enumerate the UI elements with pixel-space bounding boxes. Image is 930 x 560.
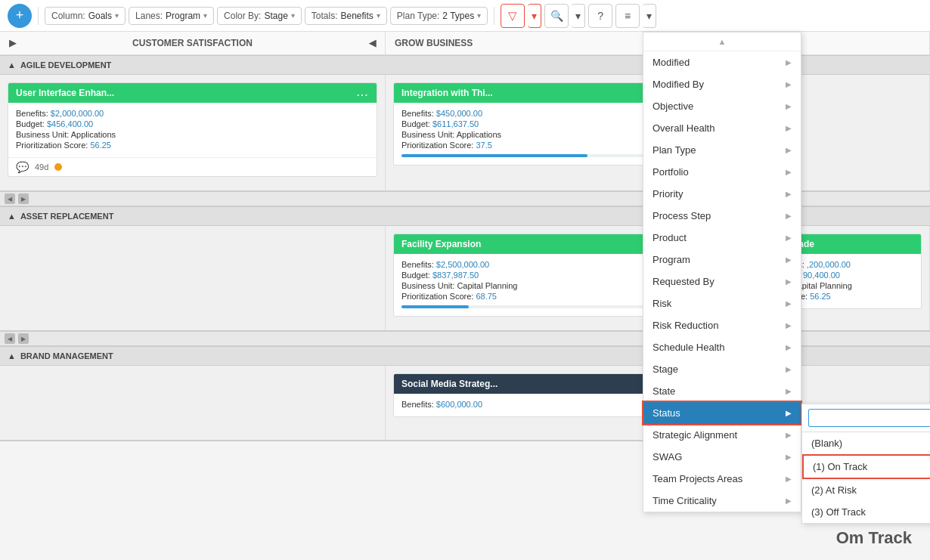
lane-scroll-left-asset[interactable]: ◀ bbox=[5, 333, 15, 344]
help-button[interactable]: ? bbox=[588, 4, 612, 28]
menu-item-requested-by[interactable]: Requested By ▶ bbox=[643, 271, 801, 292]
card-benefits-val-4: ,200,000.00 bbox=[807, 260, 851, 269]
add-button[interactable]: + bbox=[8, 4, 32, 28]
card-bu-val-2: Applications bbox=[457, 130, 501, 139]
menu-item-state[interactable]: State ▶ bbox=[643, 380, 801, 402]
menu-item-time-criticality[interactable]: Time Criticality ▶ bbox=[643, 490, 801, 512]
filter-dropdown-arrow: ▾ bbox=[532, 10, 537, 22]
filter-button[interactable]: ▽ bbox=[501, 4, 525, 28]
menu-item-product[interactable]: Product ▶ bbox=[643, 227, 801, 249]
menu-item-swag[interactable]: SWAG ▶ bbox=[643, 446, 801, 468]
menu-label-stage: Stage bbox=[653, 364, 678, 375]
lane-collapse-asset[interactable]: ▲ bbox=[8, 212, 16, 221]
plantype-selector[interactable]: Plan Type: 2 Types ▾ bbox=[390, 7, 488, 25]
filter-dropdown-menu: ▲ Modified ▶ Modified By ▶ Objective ▶ O… bbox=[643, 32, 801, 512]
card-score-row-1: Prioritization Score: 56.25 bbox=[16, 141, 369, 150]
menu-button[interactable]: ≡ bbox=[615, 4, 640, 28]
menu-item-priority[interactable]: Priority ▶ bbox=[643, 183, 801, 205]
card-benefits-val-5: $600,000.00 bbox=[436, 400, 482, 409]
comment-icon-1: 💬 bbox=[16, 161, 29, 173]
menu-item-portfolio[interactable]: Portfolio ▶ bbox=[643, 161, 801, 183]
submenu-item-off-track[interactable]: (3) Off Track bbox=[802, 501, 930, 523]
menu-label-modified: Modified bbox=[653, 57, 690, 68]
lane-cell-asset-col1 bbox=[0, 226, 386, 330]
menu-arrow-button[interactable]: ▾ bbox=[643, 4, 656, 28]
lane-title-agile: AGILE DEVELOPMENT bbox=[20, 60, 111, 70]
totals-selector[interactable]: Totals: Benefits ▾ bbox=[305, 7, 387, 25]
lanes-selector[interactable]: Lanes: Program ▾ bbox=[129, 7, 214, 25]
filter-dropdown-overlay: ▲ Modified ▶ Modified By ▶ Objective ▶ O… bbox=[643, 32, 801, 512]
menu-item-schedule-health[interactable]: Schedule Health ▶ bbox=[643, 336, 801, 358]
menu-item-risk-reduction[interactable]: Risk Reduction ▶ bbox=[643, 314, 801, 336]
menu-item-process-step[interactable]: Process Step ▶ bbox=[643, 205, 801, 227]
menu-chevron-overall-health: ▶ bbox=[786, 124, 792, 132]
card-title-social-media: Social Media Strateg... bbox=[401, 379, 498, 389]
lane-collapse-brand[interactable]: ▲ bbox=[8, 351, 16, 360]
plantype-label: Plan Type: bbox=[397, 11, 439, 21]
lane-scroll-right-asset[interactable]: ▶ bbox=[18, 333, 29, 344]
menu-item-stage[interactable]: Stage ▶ bbox=[643, 358, 801, 380]
search-button[interactable]: 🔍 bbox=[544, 4, 569, 28]
menu-item-overall-health[interactable]: Overall Health ▶ bbox=[643, 117, 801, 139]
lanes-arrow: ▾ bbox=[203, 11, 207, 20]
colorby-selector[interactable]: Color By: Stage ▾ bbox=[217, 7, 302, 25]
menu-label-strategic-alignment: Strategic Alignment bbox=[653, 429, 737, 441]
submenu-item-at-risk[interactable]: (2) At Risk bbox=[802, 479, 930, 501]
card-dot-1 bbox=[54, 163, 62, 171]
lane-scroll-left-agile[interactable]: ◀ bbox=[5, 193, 15, 204]
menu-chevron-swag: ▶ bbox=[786, 453, 792, 461]
card-title-user-interface: User Interface Enhan... bbox=[16, 88, 114, 98]
lane-collapse-agile[interactable]: ▲ bbox=[8, 60, 16, 70]
menu-item-program[interactable]: Program ▶ bbox=[643, 249, 801, 271]
card-title-facility: Facility Expansion bbox=[401, 239, 481, 249]
lane-scroll-right-agile[interactable]: ▶ bbox=[18, 193, 29, 204]
separator-2 bbox=[494, 7, 494, 25]
status-submenu-panel: ▾ (Blank) (1) On Track ↖ (2) At Risk (3)… bbox=[801, 404, 930, 524]
card-budget-val-2: $611,637.50 bbox=[432, 119, 479, 128]
col-arrow-left-1[interactable]: ▶ bbox=[9, 38, 16, 48]
menu-chevron-state: ▶ bbox=[786, 387, 792, 395]
menu-chevron-stage: ▶ bbox=[786, 365, 792, 373]
menu-item-team-projects-areas[interactable]: Team Projects Areas ▶ bbox=[643, 468, 801, 490]
submenu-item-on-track[interactable]: (1) On Track ↖ bbox=[802, 454, 930, 479]
menu-item-strategic-alignment[interactable]: Strategic Alignment ▶ bbox=[643, 424, 801, 446]
card-benefits-val-3: $2,500,000.00 bbox=[436, 260, 489, 269]
menu-item-objective[interactable]: Objective ▶ bbox=[643, 95, 801, 117]
submenu-item-blank[interactable]: (Blank) bbox=[802, 432, 930, 454]
menu-chevron-modified-by: ▶ bbox=[786, 80, 792, 88]
column-selector[interactable]: Column: Goals ▾ bbox=[45, 7, 126, 25]
card-budget-val-1: $456,400.00 bbox=[47, 119, 93, 128]
column-label: Column: bbox=[51, 11, 85, 21]
menu-label-schedule-health: Schedule Health bbox=[653, 342, 724, 353]
menu-item-status[interactable]: Status ▶ bbox=[643, 402, 801, 424]
menu-chevron-time-criticality: ▶ bbox=[786, 497, 792, 505]
card-benefits-row-1: Benefits: $2,000,000.00 bbox=[16, 109, 369, 118]
col-arrow-right-1[interactable]: ◀ bbox=[369, 38, 376, 48]
menu-item-modified[interactable]: Modified ▶ bbox=[643, 51, 801, 73]
menu-item-plan-type[interactable]: Plan Type ▶ bbox=[643, 139, 801, 161]
menu-label-overall-health: Overall Health bbox=[653, 122, 715, 134]
card-title-integration: Integration with Thi... bbox=[401, 88, 493, 98]
card-ellipsis-1[interactable]: ... bbox=[357, 88, 369, 98]
totals-label: Totals: bbox=[312, 11, 338, 21]
dropdown-scroll-up[interactable]: ▲ bbox=[643, 32, 801, 51]
card-budget-val-3: $837,987.50 bbox=[432, 271, 479, 280]
menu-item-modified-by[interactable]: Modified By ▶ bbox=[643, 73, 801, 95]
menu-item-risk[interactable]: Risk ▶ bbox=[643, 292, 801, 314]
menu-chevron-status: ▶ bbox=[786, 409, 792, 417]
toolbar: + Column: Goals ▾ Lanes: Program ▾ Color… bbox=[0, 0, 930, 32]
filter-arrow-button[interactable]: ▾ bbox=[528, 4, 541, 28]
status-filter-input[interactable] bbox=[808, 409, 930, 427]
submenu-input-row: ▾ bbox=[802, 404, 930, 432]
menu-chevron-schedule-health: ▶ bbox=[786, 343, 792, 351]
menu-label-program: Program bbox=[653, 254, 690, 265]
card-benefits-val-1: $2,000,000.00 bbox=[51, 109, 104, 118]
search-arrow-button[interactable]: ▾ bbox=[572, 4, 585, 28]
lanes-value: Program bbox=[166, 11, 200, 21]
menu-chevron-product: ▶ bbox=[786, 234, 792, 242]
column-value: Goals bbox=[88, 11, 112, 21]
colorby-value: Stage bbox=[264, 11, 287, 21]
col-title-2: GROW BUSINESS bbox=[395, 38, 473, 48]
lane-cell-agile-col1: User Interface Enhan... ... Benefits: $2… bbox=[0, 75, 386, 190]
colorby-arrow: ▾ bbox=[291, 11, 295, 20]
